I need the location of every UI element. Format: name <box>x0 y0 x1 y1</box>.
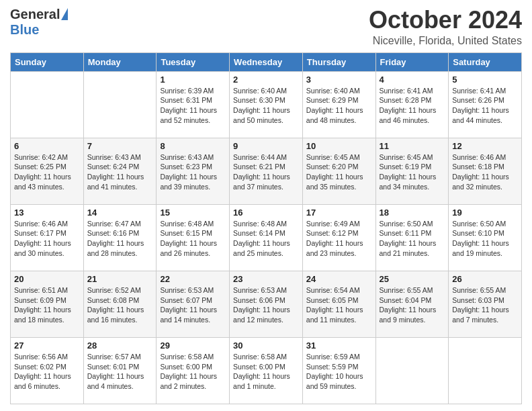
day-number: 7 <box>87 141 153 151</box>
day-number: 30 <box>233 340 299 351</box>
calendar-cell: 5Sunrise: 6:41 AMSunset: 6:26 PMDaylight… <box>449 71 522 138</box>
calendar-week-1: 6Sunrise: 6:42 AMSunset: 6:25 PMDaylight… <box>11 138 522 204</box>
calendar-cell: 16Sunrise: 6:48 AMSunset: 6:14 PMDayligh… <box>230 204 303 271</box>
day-info: Sunrise: 6:43 AMSunset: 6:24 PMDaylight:… <box>87 152 153 192</box>
title-area: October 2024 Niceville, Florida, United … <box>369 7 522 47</box>
calendar-cell: 6Sunrise: 6:42 AMSunset: 6:25 PMDaylight… <box>11 138 84 204</box>
calendar-header-thursday: Thursday <box>302 52 375 71</box>
day-info: Sunrise: 6:43 AMSunset: 6:23 PMDaylight:… <box>160 152 226 192</box>
calendar-header-row: SundayMondayTuesdayWednesdayThursdayFrid… <box>11 52 522 71</box>
day-number: 5 <box>452 75 518 85</box>
day-number: 31 <box>306 340 372 351</box>
day-number: 14 <box>87 208 153 218</box>
calendar-cell: 8Sunrise: 6:43 AMSunset: 6:23 PMDaylight… <box>157 138 230 204</box>
day-number: 23 <box>233 274 299 284</box>
calendar-header-tuesday: Tuesday <box>157 52 230 71</box>
calendar-header-sunday: Sunday <box>11 52 84 71</box>
subtitle: Niceville, Florida, United States <box>369 35 522 47</box>
day-info: Sunrise: 6:40 AMSunset: 6:30 PMDaylight:… <box>233 86 299 126</box>
day-number: 6 <box>14 141 80 151</box>
calendar-cell: 2Sunrise: 6:40 AMSunset: 6:30 PMDaylight… <box>230 71 303 138</box>
calendar-cell: 13Sunrise: 6:46 AMSunset: 6:17 PMDayligh… <box>11 204 84 271</box>
header: General Blue October 2024 Niceville, Flo… <box>10 7 522 47</box>
day-number: 12 <box>452 141 518 151</box>
calendar-cell <box>11 71 84 138</box>
day-number: 2 <box>233 75 299 85</box>
calendar-cell: 24Sunrise: 6:54 AMSunset: 6:05 PMDayligh… <box>302 271 375 337</box>
day-number: 11 <box>380 141 445 151</box>
calendar-cell: 15Sunrise: 6:48 AMSunset: 6:15 PMDayligh… <box>157 204 230 271</box>
calendar-cell: 14Sunrise: 6:47 AMSunset: 6:16 PMDayligh… <box>83 204 157 271</box>
calendar-cell <box>375 337 449 404</box>
day-info: Sunrise: 6:42 AMSunset: 6:25 PMDaylight:… <box>14 152 80 192</box>
logo-triangle-icon <box>61 8 68 20</box>
page: General Blue October 2024 Niceville, Flo… <box>0 0 532 411</box>
calendar-cell: 1Sunrise: 6:39 AMSunset: 6:31 PMDaylight… <box>157 71 230 138</box>
day-info: Sunrise: 6:51 AMSunset: 6:09 PMDaylight:… <box>14 285 80 325</box>
day-info: Sunrise: 6:48 AMSunset: 6:14 PMDaylight:… <box>233 219 299 259</box>
day-number: 10 <box>306 141 372 151</box>
day-number: 13 <box>14 208 80 218</box>
day-info: Sunrise: 6:50 AMSunset: 6:10 PMDaylight:… <box>452 219 518 259</box>
calendar-cell: 22Sunrise: 6:53 AMSunset: 6:07 PMDayligh… <box>157 271 230 337</box>
day-number: 27 <box>14 340 80 351</box>
calendar-cell: 11Sunrise: 6:45 AMSunset: 6:19 PMDayligh… <box>375 138 449 204</box>
day-info: Sunrise: 6:45 AMSunset: 6:19 PMDaylight:… <box>380 152 445 192</box>
calendar-cell: 29Sunrise: 6:58 AMSunset: 6:00 PMDayligh… <box>157 337 230 404</box>
day-info: Sunrise: 6:44 AMSunset: 6:21 PMDaylight:… <box>233 152 299 192</box>
calendar-week-4: 27Sunrise: 6:56 AMSunset: 6:02 PMDayligh… <box>11 337 522 404</box>
day-number: 29 <box>160 340 226 351</box>
calendar-cell: 28Sunrise: 6:57 AMSunset: 6:01 PMDayligh… <box>83 337 157 404</box>
calendar-cell: 31Sunrise: 6:59 AMSunset: 5:59 PMDayligh… <box>302 337 375 404</box>
calendar-header-monday: Monday <box>83 52 157 71</box>
day-number: 19 <box>452 208 518 218</box>
calendar-header-friday: Friday <box>375 52 449 71</box>
day-info: Sunrise: 6:53 AMSunset: 6:06 PMDaylight:… <box>233 285 299 325</box>
day-number: 4 <box>380 75 445 85</box>
day-info: Sunrise: 6:45 AMSunset: 6:20 PMDaylight:… <box>306 152 372 192</box>
day-info: Sunrise: 6:49 AMSunset: 6:12 PMDaylight:… <box>306 219 372 259</box>
calendar-cell: 23Sunrise: 6:53 AMSunset: 6:06 PMDayligh… <box>230 271 303 337</box>
day-number: 15 <box>160 208 226 218</box>
calendar-cell: 21Sunrise: 6:52 AMSunset: 6:08 PMDayligh… <box>83 271 157 337</box>
calendar-cell: 4Sunrise: 6:41 AMSunset: 6:28 PMDaylight… <box>375 71 449 138</box>
day-number: 28 <box>87 340 153 351</box>
calendar-cell: 10Sunrise: 6:45 AMSunset: 6:20 PMDayligh… <box>302 138 375 204</box>
calendar-cell <box>83 71 157 138</box>
calendar-cell: 27Sunrise: 6:56 AMSunset: 6:02 PMDayligh… <box>11 337 84 404</box>
day-number: 22 <box>160 274 226 284</box>
day-number: 9 <box>233 141 299 151</box>
calendar-cell: 12Sunrise: 6:46 AMSunset: 6:18 PMDayligh… <box>449 138 522 204</box>
day-info: Sunrise: 6:52 AMSunset: 6:08 PMDaylight:… <box>87 285 153 325</box>
day-info: Sunrise: 6:55 AMSunset: 6:04 PMDaylight:… <box>380 285 445 325</box>
day-info: Sunrise: 6:57 AMSunset: 6:01 PMDaylight:… <box>87 352 153 392</box>
day-info: Sunrise: 6:41 AMSunset: 6:28 PMDaylight:… <box>380 86 445 126</box>
calendar-cell: 18Sunrise: 6:50 AMSunset: 6:11 PMDayligh… <box>375 204 449 271</box>
day-number: 8 <box>160 141 226 151</box>
day-info: Sunrise: 6:59 AMSunset: 5:59 PMDaylight:… <box>306 352 372 392</box>
day-info: Sunrise: 6:55 AMSunset: 6:03 PMDaylight:… <box>452 285 518 325</box>
main-title: October 2024 <box>369 7 522 34</box>
day-info: Sunrise: 6:50 AMSunset: 6:11 PMDaylight:… <box>380 219 445 259</box>
logo-text: General <box>10 7 68 22</box>
calendar-cell: 25Sunrise: 6:55 AMSunset: 6:04 PMDayligh… <box>375 271 449 337</box>
calendar: SundayMondayTuesdayWednesdayThursdayFrid… <box>10 52 522 404</box>
day-number: 3 <box>306 75 372 85</box>
calendar-week-0: 1Sunrise: 6:39 AMSunset: 6:31 PMDaylight… <box>11 71 522 138</box>
calendar-week-2: 13Sunrise: 6:46 AMSunset: 6:17 PMDayligh… <box>11 204 522 271</box>
calendar-cell: 9Sunrise: 6:44 AMSunset: 6:21 PMDaylight… <box>230 138 303 204</box>
day-info: Sunrise: 6:56 AMSunset: 6:02 PMDaylight:… <box>14 352 80 392</box>
day-number: 16 <box>233 208 299 218</box>
day-info: Sunrise: 6:47 AMSunset: 6:16 PMDaylight:… <box>87 219 153 259</box>
day-info: Sunrise: 6:39 AMSunset: 6:31 PMDaylight:… <box>160 86 226 126</box>
day-info: Sunrise: 6:46 AMSunset: 6:18 PMDaylight:… <box>452 152 518 192</box>
day-number: 24 <box>306 274 372 284</box>
day-number: 1 <box>160 75 226 85</box>
logo-general-text: General <box>10 7 60 22</box>
calendar-cell: 30Sunrise: 6:58 AMSunset: 6:00 PMDayligh… <box>230 337 303 404</box>
day-number: 25 <box>380 274 445 284</box>
calendar-cell: 20Sunrise: 6:51 AMSunset: 6:09 PMDayligh… <box>11 271 84 337</box>
calendar-cell: 7Sunrise: 6:43 AMSunset: 6:24 PMDaylight… <box>83 138 157 204</box>
day-info: Sunrise: 6:53 AMSunset: 6:07 PMDaylight:… <box>160 285 226 325</box>
day-info: Sunrise: 6:46 AMSunset: 6:17 PMDaylight:… <box>14 219 80 259</box>
